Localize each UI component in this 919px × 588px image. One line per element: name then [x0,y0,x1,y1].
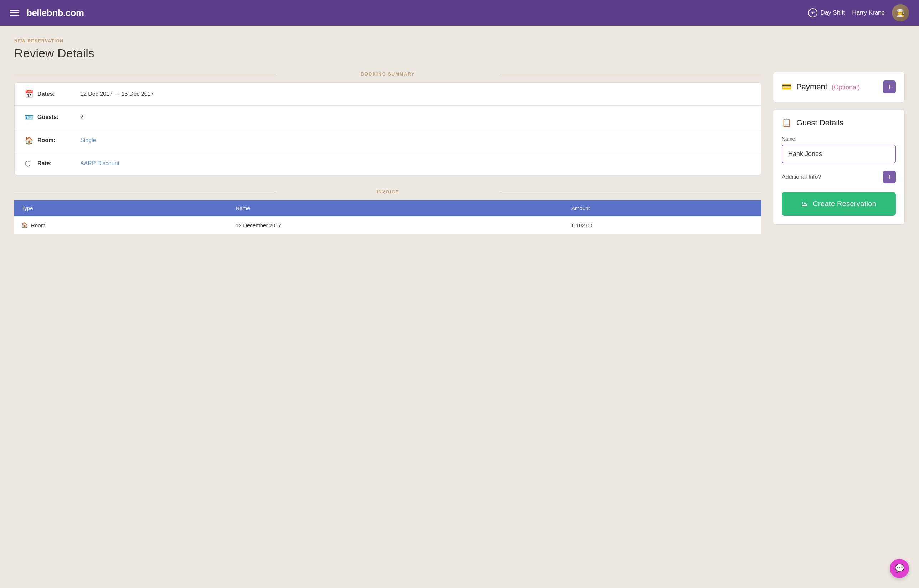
user-name: Harry Krane [852,9,885,16]
payment-optional: (Optional) [831,84,860,91]
dates-row: 📅 Dates: 12 Dec 2017 → 15 Dec 2017 [15,82,761,106]
room-icon: 🏠 [24,136,37,145]
invoice-name: 12 December 2017 [229,216,564,234]
chat-bubble[interactable]: 💬 [890,559,909,578]
calendar-icon: 📅 [24,90,37,98]
invoice-table: Type Name Amount 🏠 Room [14,200,762,234]
payment-icon: 💳 [782,82,791,92]
dates-value: 12 Dec 2017 → 15 Dec 2017 [80,91,154,97]
invoice-body: 🏠 Room 12 December 2017 £ 102.00 [14,216,762,234]
day-shift[interactable]: ☀ Day Shift [808,8,845,18]
rate-row: ⬡ Rate: AARP Discount [15,152,761,175]
create-btn-label: Create Reservation [813,200,876,208]
day-shift-icon: ☀ [808,8,817,18]
invoice-row: 🏠 Room 12 December 2017 £ 102.00 [14,216,762,234]
col-name: Name [229,200,564,216]
room-type-label: Room [31,222,45,228]
page-title: Review Details [14,46,905,60]
hamburger-menu[interactable] [10,10,19,16]
invoice-amount: £ 102.00 [564,216,762,234]
main-layout: BOOKING SUMMARY 📅 Dates: 12 Dec 2017 → 1… [14,71,905,242]
additional-info-label: Additional Info? [782,174,821,180]
guests-icon: 🪪 [24,113,37,121]
header-left: bellebnb.com [10,8,84,19]
guest-details-title-area: 📋 Guest Details [782,118,843,128]
chat-icon: 💬 [895,564,904,573]
header: bellebnb.com ☀ Day Shift Harry Krane 👨‍🍳 [0,0,919,26]
additional-info-button[interactable]: + [883,171,896,183]
col-amount: Amount [564,200,762,216]
avatar-image: 👨‍🍳 [892,4,909,21]
guest-details-header: 📋 Guest Details [782,118,896,128]
dates-label: Dates: [37,91,80,97]
logo: bellebnb.com [26,8,84,19]
booking-summary-label: BOOKING SUMMARY [14,71,762,77]
create-reservation-button[interactable]: 🛎 Create Reservation [782,192,896,216]
payment-title-area: 💳 Payment (Optional) [782,82,860,92]
payment-add-button[interactable]: + [883,81,896,93]
room-value[interactable]: Single [80,137,96,144]
invoice-label: INVOICE [14,189,762,194]
room-type-icon: 🏠 [21,222,28,228]
invoice-header: Type Name Amount [14,200,762,216]
payment-card: 💳 Payment (Optional) + [773,71,905,102]
right-column: 💳 Payment (Optional) + 📋 Guest Details [773,71,905,242]
additional-info-row: Additional Info? + [782,171,896,183]
room-row: 🏠 Room: Single [15,129,761,152]
header-right: ☀ Day Shift Harry Krane 👨‍🍳 [808,4,909,21]
guests-value: 2 [80,114,83,120]
rate-label: Rate: [37,160,80,167]
avatar[interactable]: 👨‍🍳 [892,4,909,21]
col-type: Type [14,200,229,216]
payment-header: 💳 Payment (Optional) + [782,81,896,93]
create-btn-icon: 🛎 [801,200,809,208]
breadcrumb: NEW RESERVATION [14,39,905,44]
invoice-section: INVOICE Type Name Amount 🏠 [14,189,762,234]
guest-details-icon: 📋 [782,118,791,128]
guests-row: 🪪 Guests: 2 [15,106,761,129]
left-column: BOOKING SUMMARY 📅 Dates: 12 Dec 2017 → 1… [14,71,762,242]
booking-summary-card: 📅 Dates: 12 Dec 2017 → 15 Dec 2017 🪪 Gue… [14,82,762,175]
name-input[interactable] [782,145,896,163]
rate-value[interactable]: AARP Discount [80,160,120,167]
guest-details-title: Guest Details [796,118,843,128]
guests-label: Guests: [37,114,80,120]
room-label: Room: [37,137,80,144]
payment-title: Payment (Optional) [796,82,860,92]
name-label: Name [782,136,896,142]
day-shift-label: Day Shift [820,9,845,16]
guest-details-card: 📋 Guest Details Name Additional Info? + … [773,109,905,225]
invoice-type: 🏠 Room [14,216,229,234]
page-content: NEW RESERVATION Review Details BOOKING S… [0,26,919,255]
rate-icon: ⬡ [24,159,37,168]
